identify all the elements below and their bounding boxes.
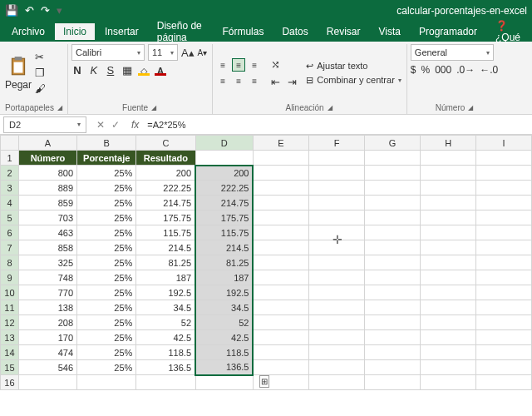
cell[interactable] — [365, 240, 421, 255]
cell[interactable] — [253, 330, 308, 345]
cell[interactable]: 25% — [77, 330, 136, 345]
row-header[interactable]: 10 — [1, 285, 19, 300]
cell[interactable] — [309, 166, 365, 181]
cell[interactable] — [253, 315, 308, 330]
menu-fórmulas[interactable]: Fórmulas — [214, 23, 272, 40]
menu-revisar[interactable]: Revisar — [318, 23, 369, 40]
cell[interactable]: 800 — [18, 166, 76, 181]
cell[interactable] — [253, 225, 308, 240]
cell[interactable]: 52 — [195, 315, 253, 330]
cell[interactable]: 25% — [77, 360, 136, 375]
name-box[interactable]: D2▾ — [3, 116, 86, 133]
format-painter-icon[interactable]: 🖌 — [35, 82, 46, 95]
decrease-indent-icon[interactable]: ⇤ — [269, 76, 281, 88]
cell[interactable] — [253, 285, 308, 300]
cell[interactable] — [309, 151, 365, 166]
cell[interactable] — [365, 345, 421, 360]
cell[interactable] — [421, 166, 476, 181]
row-header[interactable]: 1 — [1, 151, 19, 166]
cell[interactable] — [476, 360, 532, 375]
menu-datos[interactable]: Datos — [273, 23, 316, 40]
cell[interactable]: 25% — [77, 166, 136, 181]
row-header[interactable]: 3 — [1, 181, 19, 196]
cell[interactable] — [421, 255, 476, 270]
cell[interactable] — [365, 181, 421, 196]
cell[interactable]: 25% — [77, 225, 136, 240]
cell[interactable] — [365, 225, 421, 240]
font-launcher-icon[interactable]: ◢ — [151, 104, 156, 111]
cell[interactable]: 25% — [77, 345, 136, 360]
cell[interactable]: 115.75 — [136, 225, 195, 240]
cell[interactable]: 25% — [77, 270, 136, 285]
cell[interactable] — [309, 360, 365, 375]
cell[interactable]: 192.5 — [195, 285, 253, 300]
increase-decimal-icon[interactable]: .0→ — [456, 64, 475, 76]
row-header[interactable]: 5 — [1, 210, 19, 225]
decrease-decimal-icon[interactable]: ←.0 — [480, 64, 498, 76]
cell[interactable] — [476, 181, 532, 196]
merge-center-button[interactable]: ⊟Combinar y centrar▾ — [306, 75, 401, 86]
cell[interactable] — [309, 375, 365, 390]
cell[interactable] — [476, 151, 532, 166]
bold-button[interactable]: N — [71, 64, 83, 77]
cut-icon[interactable]: ✂ — [35, 51, 46, 63]
cell[interactable] — [365, 285, 421, 300]
cell[interactable] — [309, 196, 365, 210]
cell[interactable] — [421, 300, 476, 315]
cell[interactable] — [365, 375, 421, 390]
percent-format-icon[interactable]: % — [421, 64, 431, 76]
cell[interactable] — [309, 315, 365, 330]
cell[interactable] — [476, 330, 532, 345]
number-launcher-icon[interactable]: ◢ — [468, 104, 473, 111]
cell[interactable] — [421, 225, 476, 240]
cell[interactable]: 200 — [195, 166, 253, 181]
cell[interactable] — [365, 196, 421, 210]
italic-button[interactable]: K — [88, 64, 100, 77]
accounting-format-icon[interactable]: $ — [411, 64, 416, 76]
cell[interactable] — [365, 255, 421, 270]
cell[interactable] — [476, 270, 532, 285]
cell[interactable] — [309, 330, 365, 345]
align-bottom-icon[interactable]: ≡ — [248, 58, 261, 72]
copy-icon[interactable]: ❐ — [35, 67, 46, 79]
cell[interactable] — [77, 375, 136, 390]
cell[interactable]: 25% — [77, 240, 136, 255]
wrap-text-button[interactable]: ↩Ajustar texto — [306, 61, 401, 72]
cell[interactable] — [365, 300, 421, 315]
cell[interactable]: 34.5 — [195, 300, 253, 315]
cell[interactable]: 463 — [18, 225, 76, 240]
cell[interactable]: 136.5 — [136, 360, 195, 375]
qat-customize-icon[interactable]: ▾ — [57, 4, 62, 17]
column-header[interactable]: A — [18, 136, 76, 151]
cell[interactable]: 25% — [77, 315, 136, 330]
cell[interactable]: 325 — [18, 255, 76, 270]
cell[interactable]: Número — [18, 151, 76, 166]
column-header[interactable]: F — [309, 136, 365, 151]
cell[interactable] — [195, 375, 253, 390]
cell[interactable]: 136.5 — [195, 360, 253, 375]
cell[interactable]: 81.25 — [136, 255, 195, 270]
cell[interactable]: 770 — [18, 285, 76, 300]
menu-help[interactable]: ❓ ¿Qué — [487, 17, 529, 46]
cell[interactable]: 115.75 — [195, 225, 253, 240]
cell[interactable]: 214.5 — [136, 240, 195, 255]
cell[interactable] — [309, 181, 365, 196]
cell[interactable] — [195, 151, 253, 166]
undo-icon[interactable]: ↶ — [25, 4, 34, 17]
paste-button[interactable]: Pegar — [5, 55, 32, 91]
column-header[interactable]: E — [253, 136, 308, 151]
save-icon[interactable]: 💾 — [5, 4, 18, 17]
cell[interactable]: 214.75 — [195, 196, 253, 210]
number-format-select[interactable]: General▾ — [411, 44, 494, 61]
cell[interactable]: 187 — [195, 270, 253, 285]
menu-vista[interactable]: Vista — [370, 23, 408, 40]
cell[interactable] — [421, 345, 476, 360]
cell[interactable]: 25% — [77, 300, 136, 315]
row-header[interactable]: 7 — [1, 240, 19, 255]
row-header[interactable]: 13 — [1, 330, 19, 345]
cell[interactable] — [365, 270, 421, 285]
cell[interactable] — [253, 181, 308, 196]
cancel-formula-icon[interactable]: ✕ — [96, 119, 105, 131]
cell[interactable]: 25% — [77, 285, 136, 300]
cell[interactable]: Resultado — [136, 151, 195, 166]
